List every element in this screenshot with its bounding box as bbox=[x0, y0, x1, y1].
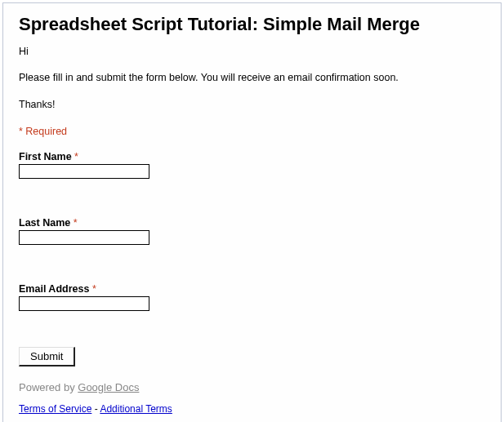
greeting-text: Hi bbox=[19, 45, 485, 58]
email-asterisk: * bbox=[92, 283, 96, 295]
google-docs-link[interactable]: Google Docs bbox=[78, 381, 139, 393]
footer-links: Terms of Service - Additional Terms bbox=[19, 403, 485, 415]
form-container: Spreadsheet Script Tutorial: Simple Mail… bbox=[2, 2, 502, 422]
required-note: * Required bbox=[19, 126, 485, 137]
first-name-input[interactable] bbox=[19, 164, 149, 179]
instructions-text: Please fill in and submit the form below… bbox=[19, 71, 485, 84]
submit-button[interactable]: Submit bbox=[19, 347, 75, 366]
first-name-asterisk: * bbox=[74, 151, 78, 162]
first-name-label-text: First Name bbox=[19, 151, 72, 162]
last-name-field-group: Last Name * bbox=[19, 215, 485, 245]
form-title: Spreadsheet Script Tutorial: Simple Mail… bbox=[19, 14, 485, 35]
first-name-label: First Name * bbox=[19, 151, 149, 165]
first-name-field-group: First Name * bbox=[19, 149, 485, 179]
footer-separator: - bbox=[91, 403, 100, 415]
last-name-input[interactable] bbox=[19, 230, 149, 245]
email-input[interactable] bbox=[19, 296, 149, 311]
email-field-group: Email Address * bbox=[19, 281, 485, 311]
last-name-label-text: Last Name bbox=[19, 217, 70, 229]
email-label-text: Email Address bbox=[19, 283, 89, 295]
additional-terms-link[interactable]: Additional Terms bbox=[100, 403, 172, 415]
thanks-text: Thanks! bbox=[19, 98, 485, 111]
powered-by: Powered by Google Docs bbox=[19, 381, 485, 393]
terms-of-service-link[interactable]: Terms of Service bbox=[19, 403, 91, 415]
powered-by-prefix: Powered by bbox=[19, 381, 78, 393]
last-name-label: Last Name * bbox=[19, 217, 149, 231]
last-name-asterisk: * bbox=[74, 217, 78, 229]
email-label: Email Address * bbox=[19, 283, 149, 297]
